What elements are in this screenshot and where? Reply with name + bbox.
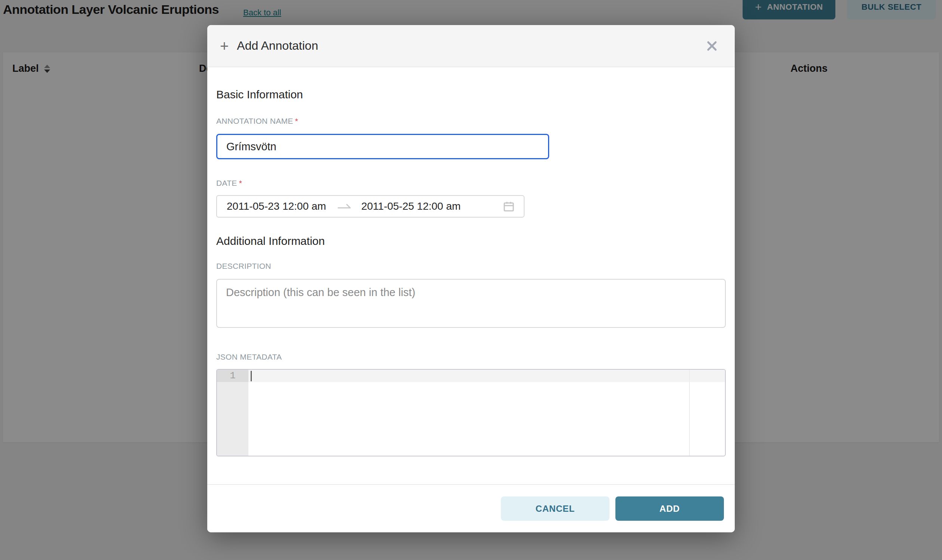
add-button[interactable]: ADD bbox=[615, 497, 724, 521]
text-cursor bbox=[251, 371, 252, 381]
editor-gutter: 1 bbox=[217, 370, 248, 456]
annotation-name-input[interactable] bbox=[216, 134, 549, 159]
modal-title: Add Annotation bbox=[237, 39, 318, 53]
cancel-button[interactable]: CANCEL bbox=[501, 497, 609, 521]
calendar-icon bbox=[503, 200, 515, 212]
modal-footer: CANCEL ADD bbox=[207, 484, 735, 532]
annotation-name-label: ANNOTATION NAME* bbox=[216, 117, 726, 126]
modal-header: + Add Annotation bbox=[207, 25, 735, 67]
editor-active-line bbox=[248, 370, 725, 382]
editor-line-number: 1 bbox=[217, 370, 248, 382]
required-mark: * bbox=[239, 179, 242, 187]
json-metadata-editor[interactable]: 1 bbox=[216, 369, 726, 457]
arrow-right-icon bbox=[338, 203, 352, 210]
description-label: DESCRIPTION bbox=[216, 262, 726, 271]
modal-body: Basic Information ANNOTATION NAME* DATE*… bbox=[207, 67, 735, 484]
required-mark: * bbox=[295, 117, 298, 125]
date-start-value[interactable]: 2011-05-23 12:00 am bbox=[227, 200, 326, 212]
json-metadata-label: JSON METADATA bbox=[216, 352, 726, 362]
plus-icon: + bbox=[220, 38, 228, 54]
date-range-picker[interactable]: 2011-05-23 12:00 am 2011-05-25 12:00 am bbox=[216, 195, 524, 218]
section-basic-information: Basic Information bbox=[216, 88, 726, 102]
description-textarea[interactable] bbox=[216, 279, 726, 328]
editor-print-margin bbox=[689, 370, 690, 456]
section-additional-information: Additional Information bbox=[216, 234, 726, 248]
add-annotation-modal: + Add Annotation Basic Information ANNOT… bbox=[207, 25, 735, 532]
close-icon[interactable] bbox=[704, 38, 720, 54]
date-label: DATE* bbox=[216, 179, 726, 188]
date-end-value[interactable]: 2011-05-25 12:00 am bbox=[361, 200, 461, 212]
